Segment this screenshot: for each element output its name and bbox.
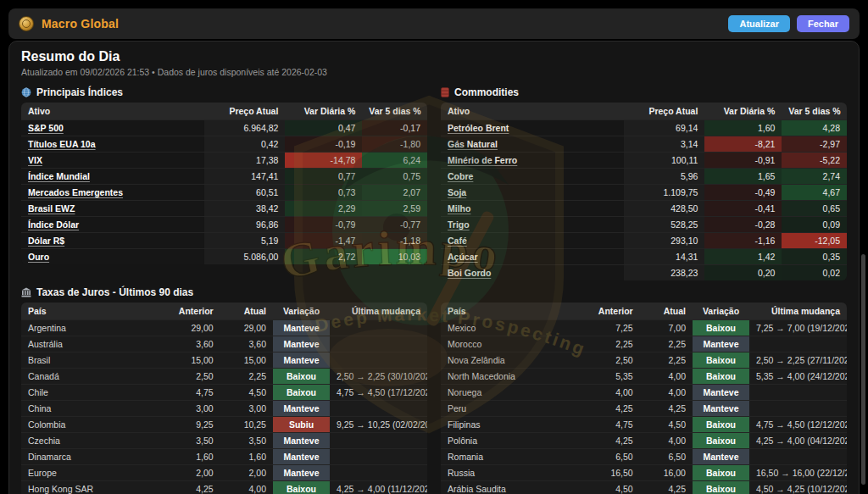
commodities-table: AtivoPreço AtualVar Diária %Var 5 dias %… — [441, 103, 847, 280]
curr-rate-cell: 3,50 — [220, 433, 273, 449]
table-row: Russia16,5016,00Baixou16,50 → 16,00 (22/… — [441, 465, 847, 481]
table-row: Milho428,50-0,410,65 — [441, 201, 847, 217]
table-row: Boi Gordo238,230,200,02 — [441, 265, 847, 281]
last-change-cell: 4,75 → 4,50 (17/12/2025) — [330, 385, 427, 401]
var-daily-cell: 0,77 — [285, 169, 362, 185]
table-row: Soja1.109,75-0,494,67 — [441, 185, 847, 201]
scrollbar-thumb[interactable] — [861, 254, 865, 485]
var-daily-cell: -8,21 — [704, 136, 782, 153]
last-change-cell — [749, 336, 847, 352]
update-button[interactable]: Atualizar — [728, 15, 789, 32]
var-5d-cell: 6,24 — [362, 153, 427, 169]
curr-rate-cell: 3,00 — [220, 401, 273, 417]
asset-name[interactable]: Açúcar — [448, 252, 478, 262]
last-change-cell — [330, 320, 427, 336]
asset-name[interactable]: Brasil EWZ — [28, 203, 75, 214]
app-logo-icon — [19, 16, 34, 31]
asset-name[interactable]: Petróleo Brent — [448, 123, 509, 133]
variation-badge: Baixou — [273, 385, 330, 401]
column-header: Var Diária % — [704, 103, 782, 120]
table-row: Mexico7,257,00Baixou7,25 → 7,00 (19/12/2… — [441, 320, 847, 336]
table-row: Argentina29,0029,00Manteve — [21, 320, 427, 336]
table-row: Índice Dólar96,86-0,79-0,77 — [21, 217, 427, 233]
last-change-cell: 4,75 → 4,50 (12/12/2025) — [749, 417, 847, 433]
prev-rate-cell: 4,25 — [164, 481, 220, 494]
prev-rate-cell: 4,25 — [583, 401, 640, 417]
variation-badge: Baixou — [693, 352, 749, 369]
prev-rate-cell: 2,50 — [583, 352, 640, 369]
country-cell: China — [21, 401, 164, 417]
asset-name[interactable]: Ouro — [28, 252, 49, 262]
price-cell: 6.964,82 — [204, 120, 286, 136]
var-5d-cell: -1,80 — [362, 136, 427, 153]
var-5d-cell: 0,35 — [782, 249, 847, 265]
price-cell: 5,19 — [204, 233, 286, 249]
curr-rate-cell: 4,50 — [220, 385, 273, 401]
bank-icon — [21, 287, 31, 297]
price-cell: 147,41 — [204, 169, 286, 185]
prev-rate-cell: 3,50 — [164, 433, 220, 449]
var-5d-cell: 2,59 — [362, 201, 427, 217]
asset-name[interactable]: Café — [448, 236, 467, 246]
variation-badge: Manteve — [273, 449, 330, 465]
curr-rate-cell: 3,60 — [220, 336, 273, 352]
last-change-cell: 7,25 → 7,00 (19/12/2025) — [749, 320, 847, 336]
asset-name[interactable]: Títulos EUA 10a — [28, 139, 96, 149]
price-cell: 38,42 — [204, 201, 286, 217]
table-row: Gás Natural3,14-8,21-2,97 — [441, 136, 847, 153]
column-header: Última mudança — [749, 303, 847, 320]
country-cell: Polônia — [441, 433, 583, 449]
curr-rate-cell: 2,25 — [640, 352, 693, 369]
asset-name[interactable]: Gás Natural — [448, 139, 498, 149]
column-header: Anterior — [583, 303, 640, 320]
variation-badge: Baixou — [693, 417, 749, 433]
asset-name[interactable]: Índice Dólar — [28, 219, 79, 230]
asset-name[interactable]: Trigo — [448, 219, 470, 230]
country-cell: Brasil — [21, 352, 164, 369]
asset-name[interactable]: Boi Gordo — [448, 268, 491, 278]
last-change-cell — [330, 336, 427, 352]
curr-rate-cell: 2,25 — [220, 369, 273, 385]
var-daily-cell: -0,79 — [285, 217, 362, 233]
country-cell: Nova Zelândia — [441, 352, 583, 369]
table-row: VIX17,38-14,786,24 — [21, 153, 427, 169]
country-cell: Canadá — [21, 369, 164, 385]
asset-name[interactable]: Índice Mundial — [28, 171, 90, 181]
header-actions: Atualizar Fechar — [728, 15, 849, 32]
prev-rate-cell: 3,00 — [164, 401, 220, 417]
table-row: Colombia9,2510,25Subiu9,25 → 10,25 (02/0… — [21, 417, 427, 433]
asset-name[interactable]: VIX — [28, 155, 42, 165]
last-change-cell: 2,50 → 2,25 (30/10/2025) — [330, 369, 427, 385]
var-daily-cell: -0,28 — [704, 217, 782, 233]
var-daily-cell: 1,65 — [704, 169, 782, 185]
table-row: Brasil15,0015,00Manteve — [21, 352, 427, 369]
variation-badge: Manteve — [273, 320, 330, 336]
asset-name[interactable]: Soja — [448, 187, 466, 197]
asset-name[interactable]: S&P 500 — [28, 123, 64, 133]
asset-name[interactable]: Cobre — [448, 171, 473, 181]
curr-rate-cell: 4,00 — [640, 433, 693, 449]
asset-name[interactable]: Minério de Ferro — [448, 155, 517, 165]
app-header: Macro Global Atualizar Fechar — [8, 8, 860, 39]
curr-rate-cell: 2,25 — [640, 336, 693, 352]
var-5d-cell: -5,22 — [782, 153, 847, 169]
close-button[interactable]: Fechar — [797, 15, 849, 32]
curr-rate-cell: 6,50 — [640, 449, 693, 465]
asset-name[interactable]: Dólar R$ — [28, 236, 64, 246]
table-row: Polônia4,254,00Baixou4,25 → 4,00 (04/12/… — [441, 433, 847, 449]
indices-table: AtivoPreço AtualVar Diária %Var 5 dias %… — [21, 103, 427, 264]
country-cell: Romania — [441, 449, 583, 465]
table-row: Trigo528,25-0,280,09 — [441, 217, 847, 233]
asset-name[interactable]: Milho — [448, 203, 470, 214]
asset-name[interactable]: Mercados Emergentes — [28, 187, 123, 197]
rates-title: Taxas de Juros - Últimos 90 dias — [36, 286, 193, 298]
price-cell: 1.109,75 — [624, 185, 705, 201]
table-row: Nova Zelândia2,502,25Baixou2,50 → 2,25 (… — [441, 352, 847, 369]
prev-rate-cell: 4,75 — [583, 417, 640, 433]
variation-badge: Manteve — [693, 449, 749, 465]
variation-badge: Baixou — [693, 433, 749, 449]
last-change-cell: 9,25 → 10,25 (02/02/2026) — [330, 417, 427, 433]
variation-badge: Baixou — [693, 369, 749, 385]
prev-rate-cell: 2,50 — [164, 369, 220, 385]
curr-rate-cell: 16,00 — [640, 465, 693, 481]
